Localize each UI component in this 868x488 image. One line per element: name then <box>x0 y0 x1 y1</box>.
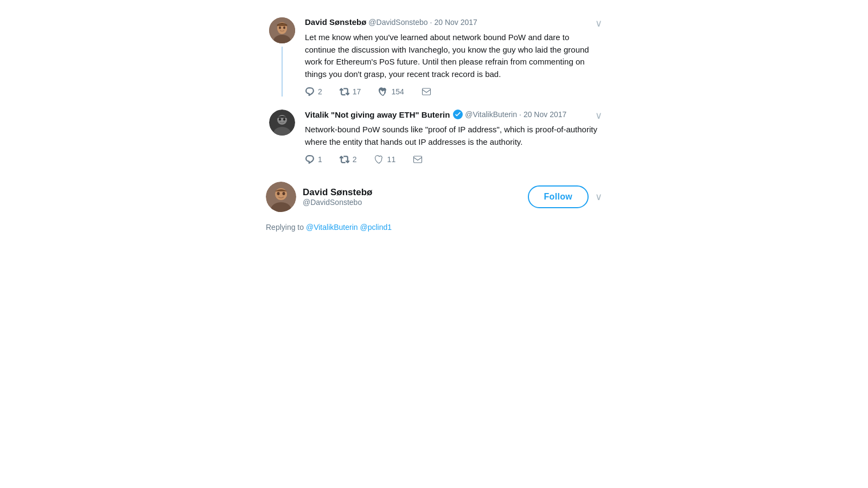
avatar-image-david <box>269 17 295 43</box>
tweet-2-date: 20 Nov 2017 <box>524 110 566 119</box>
tweet-row-2: Vitalik "Not giving away ETH" Buterin @V… <box>266 103 602 171</box>
tweet-1-username: @DavidSonstebo <box>368 18 427 27</box>
avatar-col <box>266 17 298 97</box>
verified-badge-icon <box>453 110 463 119</box>
reply-action-1[interactable]: 2 <box>305 87 322 97</box>
verified-svg <box>453 110 463 119</box>
retweet-count-1: 17 <box>353 87 361 96</box>
thread-container: David Sønstebø @DavidSonstebo · 20 Nov 2… <box>266 0 602 242</box>
profile-card-info: David Sønstebø @DavidSonstebo <box>303 187 528 207</box>
chevron-down-icon-profile[interactable]: ∨ <box>595 191 602 203</box>
profile-card-username: @DavidSonstebo <box>303 198 528 207</box>
tweet-1-text: Let me know when you've learned about ne… <box>305 31 602 80</box>
reply-action-2[interactable]: 1 <box>305 155 322 164</box>
svg-point-10 <box>279 118 281 121</box>
tweet-1-meta: David Sønstebø @DavidSonstebo · 20 Nov 2… <box>305 17 477 27</box>
svg-point-5 <box>283 27 285 29</box>
like-icon-2 <box>374 155 384 164</box>
retweet-icon-1 <box>340 87 349 97</box>
svg-point-17 <box>277 192 280 195</box>
dm-action-1[interactable] <box>422 87 431 97</box>
dot-sep-2: · <box>519 110 521 119</box>
tweet-1-actions: 2 17 154 <box>305 87 602 97</box>
tweet-2-display-name: Vitalik "Not giving away ETH" Buterin <box>305 110 450 119</box>
tweet-2-meta: Vitalik "Not giving away ETH" Buterin @V… <box>305 110 566 119</box>
like-action-1[interactable]: 154 <box>378 87 404 97</box>
replying-to: Replying to @VitalikButerin @pclind1 <box>266 223 602 232</box>
like-icon-1 <box>378 87 388 97</box>
retweet-action-1[interactable]: 17 <box>340 87 361 97</box>
svg-point-11 <box>283 118 285 121</box>
dm-icon-2 <box>413 155 423 164</box>
tweet-row: David Sønstebø @DavidSonstebo · 20 Nov 2… <box>266 11 602 103</box>
like-count-1: 154 <box>391 87 404 96</box>
mention-vitalik[interactable]: @VitalikButerin <box>306 223 358 232</box>
profile-card-name: David Sønstebø <box>303 187 528 198</box>
svg-rect-13 <box>414 156 422 163</box>
profile-card-avatar-svg <box>266 182 296 212</box>
tweet-1-date: 20 Nov 2017 <box>434 18 477 27</box>
dm-icon-1 <box>422 87 431 97</box>
thread-line <box>282 47 283 97</box>
chevron-down-icon-2[interactable]: ∨ <box>595 110 602 121</box>
avatar-col-2 <box>266 110 298 164</box>
dot-sep-1: · <box>430 18 432 27</box>
profile-card: David Sønstebø @DavidSonstebo Follow ∨ <box>266 171 602 216</box>
tweet-2-text: Network-bound PoW sounds like "proof of … <box>305 124 602 148</box>
reply-count-2: 1 <box>318 155 322 164</box>
reply-icon-2 <box>305 155 315 164</box>
dm-action-2[interactable] <box>413 155 423 164</box>
retweet-action-2[interactable]: 2 <box>340 155 357 164</box>
avatar[interactable] <box>269 17 295 43</box>
tweet-2-header: Vitalik "Not giving away ETH" Buterin @V… <box>305 110 602 121</box>
chevron-down-icon-1[interactable]: ∨ <box>595 17 602 29</box>
tweet-1-display-name: David Sønstebø <box>305 17 366 27</box>
svg-rect-6 <box>422 88 430 95</box>
tweet-2-content: Vitalik "Not giving away ETH" Buterin @V… <box>305 110 602 164</box>
avatar-svg-david <box>269 17 295 43</box>
follow-button[interactable]: Follow <box>528 185 589 208</box>
avatar-svg-vitalik <box>269 110 295 136</box>
svg-point-18 <box>283 192 285 195</box>
tweet-1-header: David Sønstebø @DavidSonstebo · 20 Nov 2… <box>305 17 602 29</box>
tweet-2-username: @VitalikButerin <box>465 110 517 119</box>
reply-count-1: 2 <box>318 87 322 96</box>
like-action-2[interactable]: 11 <box>374 155 396 164</box>
reply-icon-1 <box>305 87 315 97</box>
mention-pclind1[interactable]: @pclind1 <box>360 223 392 232</box>
avatar-2[interactable] <box>269 110 295 136</box>
retweet-count-2: 2 <box>353 155 357 164</box>
tweet-1-content: David Sønstebø @DavidSonstebo · 20 Nov 2… <box>305 17 602 97</box>
profile-card-avatar[interactable] <box>266 182 296 212</box>
tweet-2-actions: 1 2 11 <box>305 155 602 164</box>
svg-point-4 <box>279 27 281 29</box>
replying-to-label: Replying to <box>266 223 304 232</box>
like-count-2: 11 <box>387 155 396 164</box>
retweet-icon-2 <box>340 155 349 164</box>
